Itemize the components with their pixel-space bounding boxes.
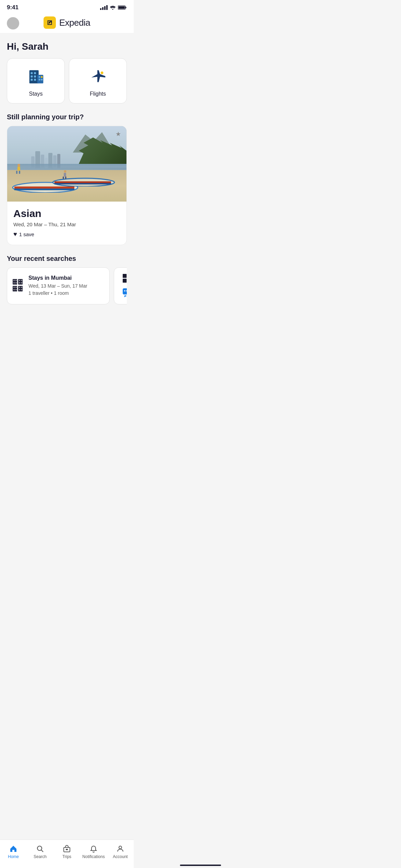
trip-card[interactable]: ★ Asian Wed, 20 Mar – Thu, 21 Mar ♥ 1 sa… (7, 126, 127, 245)
trip-card-body: Asian Wed, 20 Mar – Thu, 21 Mar ♥ 1 save (7, 202, 126, 245)
svg-rect-28 (63, 177, 64, 179)
trip-section-title: Still planning your trip? (7, 113, 127, 121)
trip-city: Asian (13, 208, 120, 219)
avatar (7, 17, 19, 29)
svg-rect-29 (65, 177, 66, 179)
wifi-icon (110, 5, 116, 10)
svg-rect-5 (34, 72, 36, 74)
stays-button[interactable]: Stays (7, 58, 65, 104)
search-card-dates: Wed, 13 Mar – Sun, 17 Mar (28, 282, 104, 290)
svg-rect-7 (34, 75, 36, 77)
status-time: 9:41 (7, 4, 19, 11)
svg-rect-41 (13, 287, 15, 288)
svg-rect-8 (31, 79, 33, 81)
plane-icon (88, 67, 108, 87)
recent-searches-title: Your recent searches (7, 255, 127, 263)
svg-rect-37 (21, 280, 22, 281)
heart-icon: ♥ (13, 231, 17, 238)
expedia-logo-text: Expedia (59, 17, 90, 28)
signal-icon (100, 5, 108, 10)
svg-rect-14 (41, 79, 42, 81)
svg-rect-49 (21, 289, 22, 290)
svg-rect-18 (14, 189, 74, 190)
recent-searches-list: Stays in Mumbai Wed, 13 Mar – Sun, 17 Ma… (7, 267, 127, 307)
header: Expedia (0, 14, 134, 33)
recent-searches-section: Your recent searches (7, 255, 127, 307)
quick-actions: Stays Flights (7, 58, 127, 104)
svg-point-15 (100, 72, 103, 74)
svg-rect-2 (118, 6, 125, 9)
expedia-logo-icon (44, 16, 56, 29)
main-content: Hi, Sarah Stays (0, 33, 134, 348)
logo: Expedia (44, 16, 90, 29)
trip-dates: Wed, 20 Mar – Thu, 21 Mar (13, 221, 120, 227)
svg-rect-27 (64, 173, 66, 177)
status-bar: 9:41 (0, 0, 134, 14)
svg-rect-36 (19, 280, 20, 281)
save-pin-icon[interactable]: ★ (116, 130, 121, 138)
svg-rect-39 (21, 282, 22, 284)
battery-icon (118, 5, 127, 10)
saves-count: 1 save (19, 231, 34, 237)
chat-icon-partial (122, 287, 127, 298)
stays-label: Stays (29, 91, 42, 97)
svg-rect-47 (21, 287, 22, 288)
svg-rect-50 (123, 274, 126, 278)
svg-point-22 (17, 164, 20, 167)
svg-rect-25 (19, 171, 20, 174)
svg-rect-6 (31, 75, 33, 77)
flights-label: Flights (90, 91, 106, 97)
search-card-title: Stays in Mumbai (28, 275, 104, 281)
svg-rect-24 (16, 171, 17, 174)
svg-rect-31 (13, 280, 15, 281)
hotel-grid-icon (13, 279, 24, 293)
svg-rect-38 (19, 282, 20, 284)
hotel-grid-icon-partial (123, 274, 127, 284)
svg-rect-56 (126, 290, 127, 291)
svg-rect-34 (15, 282, 17, 284)
svg-rect-11 (38, 76, 40, 78)
greeting: Hi, Sarah (7, 33, 127, 58)
svg-rect-32 (15, 280, 17, 281)
svg-rect-33 (13, 282, 15, 284)
status-icons (100, 5, 127, 10)
flights-button[interactable]: Flights (69, 58, 127, 104)
svg-rect-21 (54, 183, 111, 184)
trip-planning-section: Still planning your trip? (7, 113, 127, 245)
svg-rect-12 (41, 76, 42, 78)
svg-rect-9 (34, 79, 36, 81)
svg-rect-55 (124, 290, 125, 291)
trip-saves: ♥ 1 save (13, 231, 120, 238)
svg-rect-43 (13, 289, 15, 290)
search-card-info: Stays in Mumbai Wed, 13 Mar – Sun, 17 Ma… (28, 275, 104, 297)
svg-point-26 (64, 170, 66, 173)
building-icon (26, 67, 46, 87)
search-card-details: 1 traveller • 1 room (28, 290, 104, 297)
svg-rect-13 (38, 79, 40, 81)
search-card-mumbai[interactable]: Stays in Mumbai Wed, 13 Mar – Sun, 17 Ma… (7, 267, 110, 304)
search-card-partial[interactable] (114, 267, 127, 304)
svg-rect-46 (19, 287, 20, 288)
svg-rect-44 (15, 289, 17, 290)
svg-rect-4 (31, 72, 33, 74)
svg-rect-23 (17, 167, 20, 171)
svg-rect-48 (19, 289, 20, 290)
svg-rect-42 (15, 287, 17, 288)
svg-rect-52 (123, 279, 126, 282)
trip-card-image: ★ (7, 126, 126, 202)
svg-rect-1 (125, 7, 126, 8)
